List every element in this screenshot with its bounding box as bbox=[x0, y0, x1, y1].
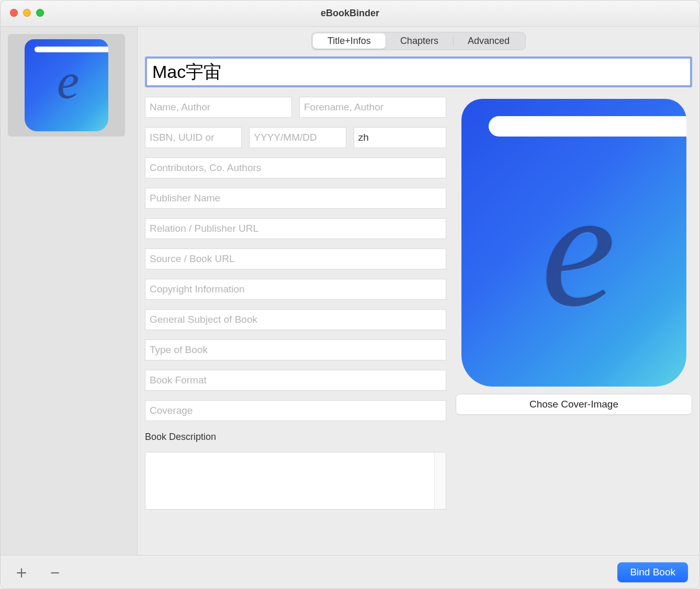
cover-preview: e bbox=[461, 99, 686, 387]
description-area bbox=[145, 452, 446, 509]
title-field-wrap bbox=[145, 56, 692, 87]
zoom-icon[interactable] bbox=[36, 9, 44, 17]
app-window: eBookBinder e Title+Infos Chapters Advan… bbox=[0, 0, 700, 589]
titlebar: eBookBinder bbox=[1, 1, 699, 27]
tab-chapters[interactable]: Chapters bbox=[386, 33, 453, 49]
main-panel: Title+Infos Chapters Advanced bbox=[138, 27, 699, 555]
remove-button[interactable]: － bbox=[46, 563, 64, 582]
footer: ＋ － Bind Book bbox=[1, 555, 699, 588]
description-field[interactable] bbox=[145, 452, 434, 509]
scrollbar[interactable] bbox=[434, 452, 446, 509]
type-field[interactable] bbox=[145, 339, 446, 360]
tab-advanced[interactable]: Advanced bbox=[453, 33, 524, 49]
date-field[interactable] bbox=[249, 127, 346, 148]
source-url-field[interactable] bbox=[145, 248, 446, 269]
window-body: e Title+Infos Chapters Advanced bbox=[1, 27, 699, 555]
language-field[interactable] bbox=[354, 127, 446, 148]
subject-field[interactable] bbox=[145, 309, 446, 330]
format-field[interactable] bbox=[145, 370, 446, 391]
cover-column: e Chose Cover-Image bbox=[456, 97, 692, 555]
tab-title-infos[interactable]: Title+Infos bbox=[313, 33, 386, 49]
relation-url-field[interactable] bbox=[145, 218, 446, 239]
minimize-icon[interactable] bbox=[23, 9, 31, 17]
book-thumbnail[interactable]: e bbox=[8, 34, 125, 137]
form-column: Book Description bbox=[145, 97, 446, 555]
author-forename-field[interactable] bbox=[299, 97, 446, 118]
tab-bar: Title+Infos Chapters Advanced bbox=[311, 32, 526, 50]
description-label: Book Description bbox=[145, 432, 446, 443]
ebook-icon: e bbox=[25, 39, 108, 131]
add-button[interactable]: ＋ bbox=[12, 563, 31, 582]
copyright-field[interactable] bbox=[145, 279, 446, 300]
window-controls bbox=[10, 9, 44, 17]
minus-icon: － bbox=[46, 560, 64, 584]
contributors-field[interactable] bbox=[145, 157, 446, 178]
bind-book-button[interactable]: Bind Book bbox=[617, 562, 688, 582]
isbn-field[interactable] bbox=[145, 127, 242, 148]
choose-cover-button[interactable]: Chose Cover-Image bbox=[456, 394, 692, 415]
plus-icon: ＋ bbox=[13, 560, 30, 584]
author-name-field[interactable] bbox=[145, 97, 292, 118]
publisher-field[interactable] bbox=[145, 188, 446, 209]
window-title: eBookBinder bbox=[321, 8, 379, 19]
coverage-field[interactable] bbox=[145, 400, 446, 421]
close-icon[interactable] bbox=[10, 9, 18, 17]
title-field[interactable] bbox=[147, 59, 690, 85]
sidebar: e bbox=[1, 27, 138, 555]
